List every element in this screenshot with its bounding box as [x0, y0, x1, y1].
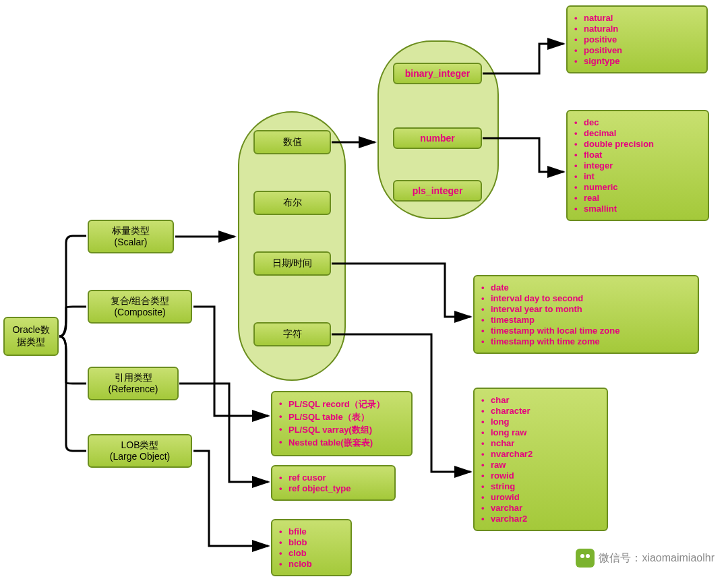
list-item: decimal	[572, 128, 701, 138]
list-item: char	[479, 395, 600, 405]
list-item: character	[479, 406, 600, 416]
list-item: long	[479, 417, 600, 427]
list-item: interval day to second	[479, 293, 691, 303]
list-item: ref object_type	[276, 483, 388, 493]
list-item: nclob	[276, 559, 344, 569]
watermark: 微信号：xiaomaimiaolhr	[576, 549, 715, 568]
list-item: timestamp with local time zone	[479, 326, 691, 336]
list-lob: bfileblobclobnclob	[271, 519, 352, 576]
list-item: clob	[276, 548, 344, 558]
list-item: timestamp with time zome	[479, 336, 691, 346]
list-item: varchar2	[479, 514, 600, 524]
list-item: raw	[479, 460, 600, 470]
list-item: bfile	[276, 526, 344, 537]
list-item: positiven	[572, 45, 700, 55]
list-item: Nested table(嵌套表)	[276, 437, 404, 449]
list-item: interval year to month	[479, 304, 691, 314]
list-item: dec	[572, 117, 701, 127]
watermark-text: 微信号：xiaomaimiaolhr	[599, 551, 715, 565]
list-item: integer	[572, 160, 701, 171]
category-lob: LOB类型 (Large Object)	[88, 434, 192, 468]
list-item: naturaln	[572, 24, 700, 34]
scalar-datetime: 日期/时间	[253, 251, 331, 276]
scalar-boolean: 布尔	[253, 191, 331, 215]
list-item: double precision	[572, 139, 701, 149]
list-item: real	[572, 193, 701, 203]
list-number: decdecimaldouble precisionfloatintegerin…	[566, 110, 709, 221]
category-lob-sub: (Large Object)	[110, 451, 170, 462]
category-composite-title: 复合/组合类型	[111, 295, 170, 307]
list-item: smallint	[572, 204, 701, 214]
root-box: Oracle数 据类型	[3, 317, 59, 356]
list-item: blob	[276, 537, 344, 547]
category-reference-title: 引用类型	[115, 372, 152, 384]
category-scalar-sub: (Scalar)	[114, 237, 147, 248]
scalar-numeric: 数值	[253, 130, 331, 154]
wechat-icon	[576, 549, 595, 568]
list-item: urowid	[479, 492, 600, 502]
list-binary-integer: naturalnaturalnpositivepositivensigntype	[566, 5, 708, 73]
scalar-string: 字符	[253, 322, 331, 346]
list-item: string	[479, 481, 600, 491]
list-item: date	[479, 282, 691, 293]
list-item: numeric	[572, 182, 701, 192]
list-item: natural	[572, 13, 700, 23]
list-string: charcharacterlonglong rawncharnvarchar2r…	[473, 388, 608, 531]
list-reference: ref cusorref object_type	[271, 465, 396, 501]
list-item: PL/SQL record（记录）	[276, 398, 404, 410]
list-datetime: dateinterval day to secondinterval year …	[473, 275, 699, 354]
numeric-pls-integer: pls_integer	[393, 180, 482, 202]
list-item: int	[572, 171, 701, 181]
list-item: signtype	[572, 56, 700, 66]
category-reference: 引用类型 (Reference)	[88, 367, 179, 400]
list-item: PL/SQL table（表）	[276, 411, 404, 423]
category-composite-sub: (Composite)	[114, 307, 165, 318]
numeric-number: number	[393, 127, 482, 149]
list-item: rowid	[479, 470, 600, 481]
list-item: long raw	[479, 427, 600, 437]
list-composite: PL/SQL record（记录）PL/SQL table（表）PL/SQL v…	[271, 391, 413, 456]
category-lob-title: LOB类型	[121, 439, 158, 451]
numeric-binary-integer: binary_integer	[393, 63, 482, 84]
list-item: ref cusor	[276, 472, 388, 483]
category-reference-sub: (Reference)	[109, 384, 158, 395]
list-item: nvarchar2	[479, 449, 600, 459]
category-composite: 复合/组合类型 (Composite)	[88, 290, 192, 324]
list-item: PL/SQL varray(数组)	[276, 424, 404, 436]
list-item: positive	[572, 34, 700, 44]
category-scalar-title: 标量类型	[112, 225, 150, 237]
list-item: varchar	[479, 503, 600, 513]
list-item: float	[572, 150, 701, 160]
list-item: timestamp	[479, 315, 691, 325]
list-item: nchar	[479, 438, 600, 448]
category-scalar: 标量类型 (Scalar)	[88, 220, 174, 253]
